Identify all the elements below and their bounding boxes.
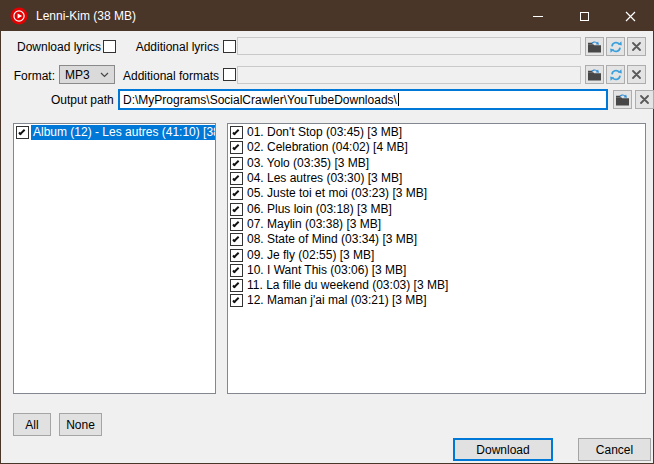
item-checkbox[interactable] [230,203,243,216]
item-checkbox[interactable] [16,126,29,139]
list-item[interactable]: Album (12) - Les autres (41:10) [38 MB] [14,125,215,140]
clear-x-icon [640,95,649,104]
item-label: 04. Les autres (03:30) [3 MB] [245,171,645,186]
list-item[interactable]: 04. Les autres (03:30) [3 MB] [228,171,645,186]
folder-browse-icon [587,40,602,54]
clear-x-icon [632,70,641,79]
list-item[interactable]: 08. State of Mind (03:34) [3 MB] [228,232,645,247]
album-list[interactable]: Album (12) - Les autres (41:10) [38 MB] [13,123,216,394]
folder-browse-icon [587,68,602,82]
list-item[interactable]: 09. Je fly (02:55) [3 MB] [228,247,645,262]
download-lyrics-label: Download lyrics [9,39,101,56]
additional-lyrics-input [237,37,581,55]
text-caret [398,93,399,106]
additional-lyrics-browse-button[interactable] [585,37,604,56]
item-label: 10. I Want This (03:06) [3 MB] [245,263,645,278]
additional-lyrics-clear-button[interactable] [627,37,646,56]
checkmark-icon [232,220,239,227]
cancel-button[interactable]: Cancel [578,438,651,461]
list-item[interactable]: 01. Don't Stop (03:45) [3 MB] [228,125,645,140]
output-path-value: D:\MyPrograms\SocialCrawler\YouTubeDownl… [123,93,397,107]
list-item[interactable]: 11. La fille du weekend (03:03) [3 MB] [228,278,645,293]
format-dropdown[interactable]: MP3 [59,65,115,84]
item-label: 11. La fille du weekend (03:03) [3 MB] [245,278,645,293]
item-checkbox[interactable] [230,187,243,200]
item-checkbox[interactable] [230,249,243,262]
additional-formats-label: Additional formats [121,68,219,85]
additional-formats-browse-button[interactable] [585,65,604,84]
item-label: 09. Je fly (02:55) [3 MB] [245,248,645,263]
additional-formats-checkbox[interactable] [223,68,236,81]
clear-x-icon [632,42,641,51]
additional-lyrics-checkbox[interactable] [223,40,236,53]
item-label: 03. Yolo (03:35) [3 MB] [245,156,645,171]
window-controls [515,1,653,31]
refresh-icon [609,68,623,82]
maximize-icon [580,12,589,21]
format-value: MP3 [65,68,90,82]
additional-formats-clear-button[interactable] [627,65,646,84]
checkmark-icon [232,251,239,258]
app-window: Lenni-Kim (38 MB) Download lyrics Additi… [0,0,654,464]
download-button[interactable]: Download [453,438,553,461]
checkmark-icon [232,174,239,181]
checkmark-icon [18,128,25,135]
item-checkbox[interactable] [230,279,243,292]
refresh-icon [609,40,623,54]
additional-formats-refresh-button[interactable] [606,65,625,84]
item-checkbox[interactable] [230,294,243,307]
checkmark-icon [232,205,239,212]
item-checkbox[interactable] [230,264,243,277]
list-item[interactable]: 06. Plus loin (03:18) [3 MB] [228,201,645,216]
close-button[interactable] [607,1,653,31]
checkmark-icon [232,144,239,151]
download-lyrics-checkbox[interactable] [103,40,116,53]
track-list[interactable]: 01. Don't Stop (03:45) [3 MB] 02. Celebr… [227,123,646,394]
output-path-browse-button[interactable] [613,90,632,109]
checkmark-icon [232,128,239,135]
item-label: 08. State of Mind (03:34) [3 MB] [245,232,645,247]
list-item[interactable]: 07. Maylin (03:38) [3 MB] [228,217,645,232]
list-item[interactable]: 10. I Want This (03:06) [3 MB] [228,263,645,278]
item-label: 05. Juste toi et moi (03:23) [3 MB] [245,186,645,201]
item-checkbox[interactable] [230,218,243,231]
checkmark-icon [232,266,239,273]
item-label: 07. Maylin (03:38) [3 MB] [245,217,645,232]
list-item[interactable]: 12. Maman j'ai mal (03:21) [3 MB] [228,293,645,308]
item-label: Album (12) - Les autres (41:10) [38 MB] [31,125,215,140]
close-icon [625,11,636,22]
window-title: Lenni-Kim (38 MB) [36,9,136,23]
item-checkbox[interactable] [230,157,243,170]
format-label: Format: [9,68,55,85]
item-checkbox[interactable] [230,172,243,185]
item-label: 12. Maman j'ai mal (03:21) [3 MB] [245,293,645,308]
output-path-clear-button[interactable] [635,90,654,109]
chevron-down-icon [100,72,109,78]
item-label: 01. Don't Stop (03:45) [3 MB] [245,125,645,140]
item-checkbox[interactable] [230,126,243,139]
checkmark-icon [232,190,239,197]
list-item[interactable]: 03. Yolo (03:35) [3 MB] [228,156,645,171]
list-item[interactable]: 02. Celebration (04:02) [4 MB] [228,140,645,155]
output-path-input[interactable]: D:\MyPrograms\SocialCrawler\YouTubeDownl… [118,89,608,110]
item-checkbox[interactable] [230,141,243,154]
titlebar: Lenni-Kim (38 MB) [1,1,653,31]
item-label: 06. Plus loin (03:18) [3 MB] [245,202,645,217]
item-checkbox[interactable] [230,233,243,246]
additional-lyrics-refresh-button[interactable] [606,37,625,56]
minimize-icon [533,16,543,17]
minimize-button[interactable] [515,1,561,31]
maximize-button[interactable] [561,1,607,31]
list-item[interactable]: 05. Juste toi et moi (03:23) [3 MB] [228,186,645,201]
folder-browse-icon [615,93,630,107]
output-path-label: Output path [51,92,113,109]
additional-formats-input [237,66,581,84]
checkmark-icon [232,297,239,304]
youtube-music-icon [10,7,28,25]
checkmark-icon [232,159,239,166]
select-none-button[interactable]: None [59,413,102,436]
select-all-button[interactable]: All [13,413,51,436]
item-label: 02. Celebration (04:02) [4 MB] [245,140,645,155]
additional-lyrics-label: Additional lyrics [127,39,219,56]
checkmark-icon [232,281,239,288]
